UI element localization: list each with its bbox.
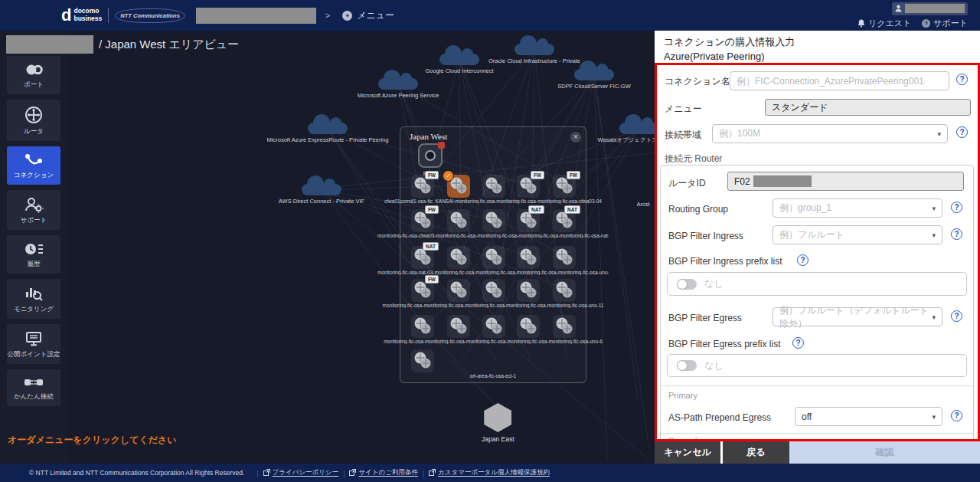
cancel-button[interactable]: キャンセル (655, 441, 720, 464)
toggle-off[interactable] (677, 279, 697, 290)
bgp-filter-egress-select[interactable]: 例）フルルート（デフォルトルート除外） ▾ (773, 307, 942, 326)
router-tile[interactable] (482, 209, 505, 232)
footer: © NTT Limited and NTT Communications Cor… (0, 464, 980, 482)
router-tile[interactable] (517, 315, 540, 338)
router-tile[interactable]: FW (411, 209, 434, 232)
account-selector[interactable] (892, 2, 968, 15)
docomo-business-logo: d docomo business (61, 7, 102, 24)
page-title: / Japan West エリアビュー (6, 35, 239, 54)
routing-group-label: Routing Group (668, 204, 728, 215)
help-icon[interactable]: ? (956, 74, 968, 85)
router-tile[interactable]: FW (411, 279, 434, 302)
docomo-line2: business (74, 15, 102, 23)
router-tile[interactable] (411, 349, 434, 372)
plug-icon (23, 375, 44, 389)
router-tile[interactable] (447, 315, 470, 338)
cloud-label: Google Cloud Interconnect (425, 67, 493, 74)
cloud-icon (619, 123, 659, 134)
router-row-label: ort-area-fic-osa-ecl-1 (377, 373, 609, 379)
router-tile[interactable]: NAT (411, 246, 434, 269)
menu-label: メニュー (357, 9, 394, 22)
router-tile[interactable] (411, 315, 434, 338)
router-row-label: monitoring-fic-osa-nat-03-monitoring-fic… (377, 270, 609, 275)
footer-link[interactable]: カスタマーポータル個人情報保護規約 (429, 468, 550, 477)
help-icon[interactable]: ? (956, 126, 968, 138)
menu-dropdown[interactable]: ▾ メニュー (342, 9, 394, 22)
request-link[interactable]: リクエスト (858, 18, 911, 29)
tile-badge-fw: FW (531, 171, 544, 179)
support-icon (24, 196, 44, 213)
router-tile[interactable] (517, 246, 540, 269)
as-path-prepend-select[interactable]: off ▾ (795, 407, 942, 426)
help-icon[interactable]: ? (797, 254, 808, 266)
sidebar-item-support[interactable]: サポート (7, 190, 60, 230)
router-tile[interactable]: ✓ (447, 175, 470, 198)
footer-link[interactable]: サイトのご利用条件 (349, 468, 418, 477)
help-icon[interactable]: ? (951, 202, 962, 213)
monitoring-icon (24, 285, 43, 302)
chevron-down-icon: ▾ (932, 205, 936, 212)
router-tile[interactable] (482, 246, 505, 269)
router-tile[interactable] (553, 246, 576, 269)
router-tile[interactable] (447, 209, 470, 232)
router-tile[interactable] (482, 175, 505, 198)
japan-east-node[interactable]: Japan East (482, 403, 514, 443)
support-link[interactable]: ? サポート (922, 18, 968, 29)
footer-separator: | (343, 470, 345, 477)
router-tile[interactable] (482, 279, 505, 302)
question-icon: ? (922, 19, 930, 28)
docomo-wordmark: docomo business (74, 8, 102, 23)
router-tile[interactable]: NAT (517, 209, 540, 232)
router-tile[interactable]: FW (553, 175, 576, 198)
monitor-icon (24, 330, 43, 347)
router-tile[interactable] (553, 315, 576, 338)
sidebar-item-monitoring[interactable]: モニタリング (7, 279, 60, 319)
tile-badge-nat: NAT (423, 242, 439, 251)
router-id-label: ルータID (668, 177, 706, 190)
sidebar-item-connection[interactable]: コネクション (7, 146, 60, 185)
sidebar-item-router[interactable]: ルータ (7, 100, 60, 141)
connection-name-input[interactable] (730, 71, 949, 90)
footer-link[interactable]: プライバシーポリシー (263, 468, 339, 477)
router-tile[interactable] (482, 315, 505, 338)
close-icon[interactable]: × (570, 132, 581, 143)
sidebar-item-history[interactable]: 履歴 (7, 235, 60, 274)
router-tile[interactable] (517, 279, 540, 302)
router-tile[interactable]: FW (517, 175, 540, 198)
help-icon[interactable]: ? (951, 310, 962, 322)
sidebar-item-public-point[interactable]: 公開ポイント設定 (7, 324, 60, 364)
sidebar-item-easy-connect[interactable]: かんたん接続 (7, 369, 60, 406)
top-header: d docomo business NTT Communications > ▾… (0, 0, 980, 31)
help-icon[interactable]: ? (951, 410, 962, 421)
section-divider (661, 385, 973, 386)
router-tile[interactable] (447, 279, 470, 302)
ntt-communications-logo: NTT Communications (115, 8, 185, 23)
history-icon (24, 241, 44, 257)
help-icon[interactable]: ? (951, 228, 962, 240)
panel-title: コネクションの購入情報入力 (664, 35, 971, 50)
breadcrumb-chevron: > (325, 11, 330, 20)
routing-group-select[interactable]: 例）group_1 ▾ (773, 198, 942, 218)
toggle-off[interactable] (677, 360, 697, 371)
port-icon (24, 62, 44, 77)
confirm-button[interactable]: 確認 (789, 441, 980, 464)
primary-section-label: Primary (668, 391, 697, 400)
help-icon[interactable]: ? (792, 337, 804, 349)
bgp-ingress-prefix-label: BGP Filter Ingress prefix list (668, 256, 782, 267)
router-tile[interactable]: NAT (553, 209, 576, 232)
back-button[interactable]: 戻る (723, 441, 789, 464)
cloud-label: AWS Direct Connect - Private VIF (279, 198, 364, 205)
chevron-down-icon: ▾ (932, 413, 936, 421)
router-tile[interactable] (553, 279, 576, 302)
bandwidth-select[interactable]: 例）100M ▾ (712, 124, 948, 143)
user-icon (895, 5, 902, 12)
bgp-filter-ingress-select[interactable]: 例）フルルート ▾ (773, 225, 942, 244)
order-panel-header: コネクションの購入情報入力 Azure(Private Peering) (655, 31, 980, 63)
request-label: リクエスト (868, 18, 911, 29)
router-tile[interactable]: FW (411, 175, 434, 198)
bandwidth-label: 接続帯域 (665, 129, 701, 142)
source-router-section-label: 接続元 Router (665, 152, 722, 166)
sidebar-item-port[interactable]: ポート (7, 56, 60, 94)
router-tile[interactable] (447, 246, 470, 269)
header-right: リクエスト ? サポート (858, 2, 968, 29)
